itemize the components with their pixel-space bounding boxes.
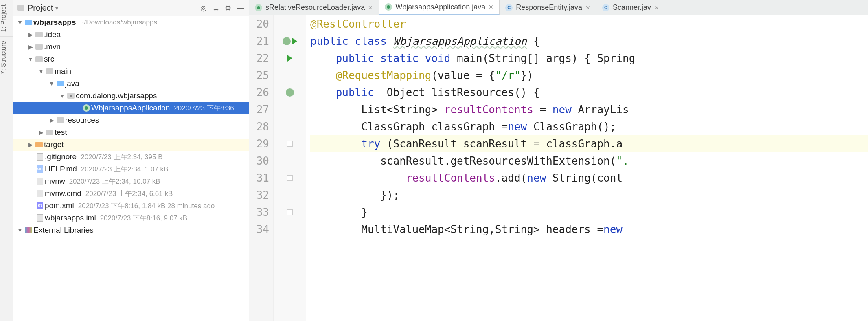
- tree-mvnwcmd[interactable]: mvnw.cmd 2020/7/23 上午2:34, 6.61 kB: [13, 187, 249, 200]
- locate-icon[interactable]: ◎: [199, 4, 208, 13]
- expand-icon[interactable]: ▶: [27, 44, 34, 50]
- run-icon[interactable]: [287, 55, 292, 62]
- collapse-all-icon[interactable]: ⇊: [211, 4, 220, 13]
- project-panel-title[interactable]: Project ▾: [28, 3, 58, 13]
- expand-icon[interactable]: ▶: [27, 31, 34, 38]
- code-line[interactable]: @RequestMapping(value = {"/r"}): [310, 67, 868, 84]
- line-number[interactable]: 25: [249, 67, 269, 84]
- editor-tab[interactable]: Scanner.jav✕: [596, 0, 665, 15]
- line-number[interactable]: 31: [249, 169, 269, 187]
- gear-icon[interactable]: ⚙: [224, 4, 232, 13]
- tree-idea[interactable]: ▶ .idea: [13, 29, 249, 41]
- gutter-marker[interactable]: [274, 15, 306, 33]
- close-icon[interactable]: ✕: [489, 4, 493, 10]
- close-icon[interactable]: ✕: [654, 4, 659, 11]
- gutter-marker[interactable]: [274, 118, 306, 135]
- tab-label: WbjarsappsApplication.java: [395, 3, 485, 11]
- tree-external-libraries[interactable]: ▼ External Libraries: [13, 224, 249, 236]
- tree-resources[interactable]: ▶ resources: [13, 114, 249, 126]
- rail-structure[interactable]: 7: Structure: [0, 36, 13, 79]
- collapse-icon[interactable]: ▼: [48, 80, 55, 87]
- code-line[interactable]: ClassGraph classGraph =new ClassGraph();: [310, 118, 868, 135]
- hide-icon[interactable]: —: [236, 4, 245, 13]
- line-number[interactable]: 22: [249, 50, 269, 67]
- file-icon: [35, 153, 45, 160]
- fold-icon[interactable]: [287, 209, 293, 215]
- close-icon[interactable]: ✕: [585, 4, 590, 11]
- code-line[interactable]: public Object listResources() {: [310, 84, 868, 101]
- line-number[interactable]: 27: [249, 101, 269, 118]
- tree-mvnw[interactable]: mvnw 2020/7/23 上午2:34, 10.07 kB: [13, 175, 249, 187]
- code-line[interactable]: });: [310, 187, 868, 204]
- gutter-marker[interactable]: [274, 221, 306, 238]
- collapse-icon[interactable]: ▼: [16, 19, 24, 26]
- line-number[interactable]: 30: [249, 152, 269, 169]
- tree-main[interactable]: ▼ main: [13, 65, 249, 77]
- collapse-icon[interactable]: ▼: [27, 56, 34, 62]
- tree-package[interactable]: ▼ com.dalong.wbjarsapps: [13, 90, 249, 102]
- editor-tab[interactable]: sRelativeResourceLoader.java✕: [249, 0, 379, 15]
- code-line[interactable]: resultContents.add(new String(cont: [310, 169, 868, 187]
- gutter-marker[interactable]: [274, 33, 306, 50]
- fold-icon[interactable]: [287, 175, 293, 181]
- tree-java[interactable]: ▼ java: [13, 77, 249, 90]
- collapse-icon[interactable]: ▼: [37, 68, 45, 75]
- collapse-icon[interactable]: ▼: [16, 227, 24, 233]
- class-file-icon: [602, 4, 609, 11]
- tree-help-md[interactable]: MD HELP.md 2020/7/23 上午2:34, 1.07 kB: [13, 163, 249, 175]
- gutter-marker[interactable]: [274, 84, 306, 101]
- gutter-marker[interactable]: [274, 135, 306, 152]
- editor-area: sRelativeResourceLoader.java✕WbjarsappsA…: [249, 0, 868, 321]
- tree-pom[interactable]: m pom.xml 2020/7/23 下午8:16, 1.84 kB 28 m…: [13, 200, 249, 212]
- run-icon[interactable]: [292, 38, 297, 44]
- line-number[interactable]: 26: [249, 84, 269, 101]
- code-line[interactable]: public class WbjarsappsApplication {: [310, 33, 868, 50]
- tree-iml[interactable]: wbjarsapps.iml 2020/7/23 下午8:16, 9.07 kB: [13, 212, 249, 224]
- gutter-marker[interactable]: [274, 204, 306, 221]
- rail-project[interactable]: 1: Project: [0, 0, 13, 36]
- code-content[interactable]: @RestControllerpublic class WbjarsappsAp…: [306, 15, 868, 321]
- code-line[interactable]: public static void main(String[] args) {…: [310, 50, 868, 67]
- tree-app-class[interactable]: WbjarsappsApplication 2020/7/23 下午8:36: [13, 102, 249, 114]
- tree-target[interactable]: ▶ target: [13, 139, 249, 151]
- tree-root[interactable]: ▼ wbjarsapps ~/Downloads/wbjarsapps: [13, 16, 249, 29]
- tree-gitignore[interactable]: .gitignore 2020/7/23 上午2:34, 395 B: [13, 151, 249, 163]
- gutter-marker[interactable]: [274, 101, 306, 118]
- tree-mvn[interactable]: ▶ .mvn: [13, 41, 249, 53]
- code-line[interactable]: }: [310, 204, 868, 221]
- expand-icon[interactable]: ▶: [27, 141, 34, 148]
- tree-test[interactable]: ▶ test: [13, 126, 249, 139]
- code-line[interactable]: List<String> resultContents = new ArrayL…: [310, 101, 868, 118]
- line-number[interactable]: 34: [249, 221, 269, 238]
- code-editor[interactable]: 20212225262728293031323334 @RestControll…: [249, 15, 868, 321]
- gutter-marker[interactable]: [274, 152, 306, 169]
- gutter-marker[interactable]: [274, 67, 306, 84]
- project-tree[interactable]: ▼ wbjarsapps ~/Downloads/wbjarsapps ▶ .i…: [13, 16, 249, 321]
- gutter-marker[interactable]: [274, 187, 306, 204]
- fold-icon[interactable]: [287, 141, 293, 147]
- expand-icon[interactable]: ▶: [37, 129, 45, 136]
- code-line[interactable]: scanResult.getResourcesWithExtension(".: [310, 152, 868, 169]
- line-number[interactable]: 20: [249, 15, 269, 33]
- editor-tab[interactable]: WbjarsappsApplication.java✕: [379, 0, 500, 15]
- tree-root-path: ~/Downloads/wbjarsapps: [80, 18, 157, 26]
- line-number[interactable]: 32: [249, 187, 269, 204]
- chevron-down-icon: ▾: [55, 5, 58, 11]
- expand-icon[interactable]: ▶: [48, 117, 55, 123]
- gutter-marker[interactable]: [274, 169, 306, 187]
- code-line[interactable]: @RestController: [310, 15, 868, 33]
- spring-bean-icon: [283, 37, 291, 45]
- collapse-icon[interactable]: ▼: [59, 92, 66, 99]
- tree-src[interactable]: ▼ src: [13, 53, 249, 65]
- close-icon[interactable]: ✕: [368, 4, 373, 11]
- code-line[interactable]: MultiValueMap<String,String> headers =ne…: [310, 221, 868, 238]
- editor-tab[interactable]: ResponseEntity.java✕: [500, 0, 596, 15]
- gutter-marker[interactable]: [274, 50, 306, 67]
- line-number[interactable]: 28: [249, 118, 269, 135]
- line-number[interactable]: 33: [249, 204, 269, 221]
- marker-gutter[interactable]: [274, 15, 306, 321]
- code-line[interactable]: try (ScanResult scanResult = classGraph.…: [310, 135, 868, 152]
- line-number[interactable]: 21: [249, 33, 269, 50]
- line-number[interactable]: 29: [249, 135, 269, 152]
- line-number-gutter[interactable]: 20212225262728293031323334: [249, 15, 274, 321]
